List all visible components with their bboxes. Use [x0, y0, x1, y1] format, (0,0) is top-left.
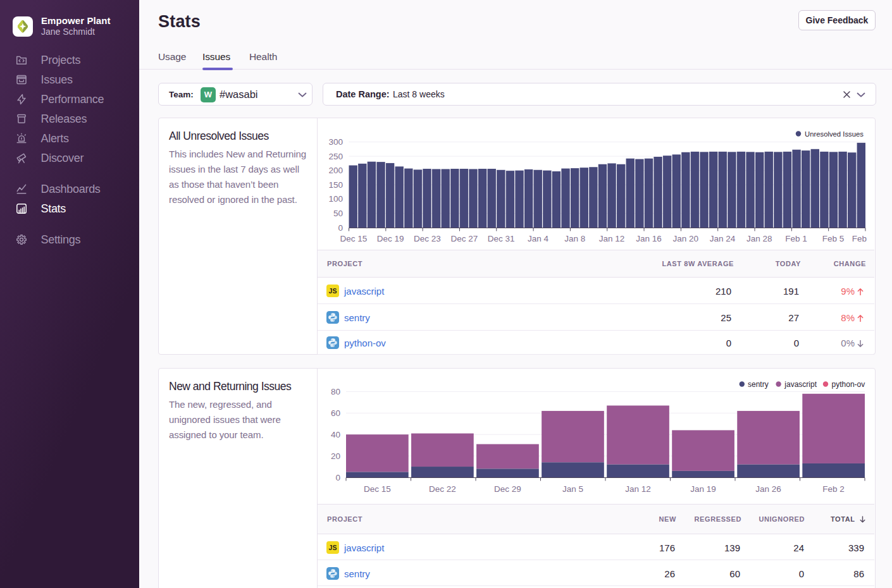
svg-text:Jan 16: Jan 16	[636, 234, 662, 243]
svg-text:Dec 15: Dec 15	[340, 234, 367, 243]
svg-text:60: 60	[331, 408, 340, 418]
svg-text:Feb 1: Feb 1	[785, 234, 807, 243]
svg-text:Dec 27: Dec 27	[450, 234, 478, 243]
svg-text:Jan 26: Jan 26	[755, 484, 781, 494]
svg-text:200: 200	[328, 166, 343, 175]
svg-text:150: 150	[328, 180, 343, 190]
svg-text:javascript: javascript	[784, 380, 817, 389]
svg-text:Jan 20: Jan 20	[672, 234, 698, 243]
svg-text:Jan 12: Jan 12	[625, 484, 651, 494]
svg-text:20: 20	[331, 451, 340, 461]
svg-text:250: 250	[328, 152, 343, 161]
svg-text:Jan 19: Jan 19	[690, 484, 716, 494]
svg-text:Feb 2: Feb 2	[822, 484, 845, 494]
svg-text:Dec 15: Dec 15	[364, 484, 391, 494]
svg-text:Dec 31: Dec 31	[488, 234, 515, 243]
svg-text:100: 100	[328, 194, 343, 204]
svg-text:Dec 23: Dec 23	[414, 234, 441, 243]
svg-text:300: 300	[328, 137, 343, 147]
svg-text:0: 0	[338, 223, 343, 233]
svg-text:python-ov: python-ov	[832, 380, 865, 389]
svg-text:Jan 5: Jan 5	[562, 484, 583, 494]
svg-text:Jan 4: Jan 4	[528, 234, 549, 243]
svg-text:40: 40	[331, 430, 340, 439]
svg-text:Dec 22: Dec 22	[429, 484, 456, 494]
svg-text:Feb 5: Feb 5	[822, 234, 845, 243]
svg-text:80: 80	[331, 387, 340, 396]
svg-text:Jan 12: Jan 12	[599, 234, 625, 243]
svg-text:Jan 8: Jan 8	[564, 234, 585, 243]
svg-text:Dec 29: Dec 29	[494, 484, 521, 494]
svg-text:Dec 19: Dec 19	[377, 234, 404, 243]
svg-text:Jan 28: Jan 28	[746, 234, 772, 243]
svg-text:sentry: sentry	[748, 380, 769, 389]
svg-text:Unresolved Issues: Unresolved Issues	[805, 130, 864, 138]
svg-text:50: 50	[333, 209, 343, 218]
svg-text:Feb: Feb	[852, 234, 867, 243]
svg-text:0: 0	[335, 473, 340, 482]
svg-text:Jan 24: Jan 24	[710, 234, 736, 243]
